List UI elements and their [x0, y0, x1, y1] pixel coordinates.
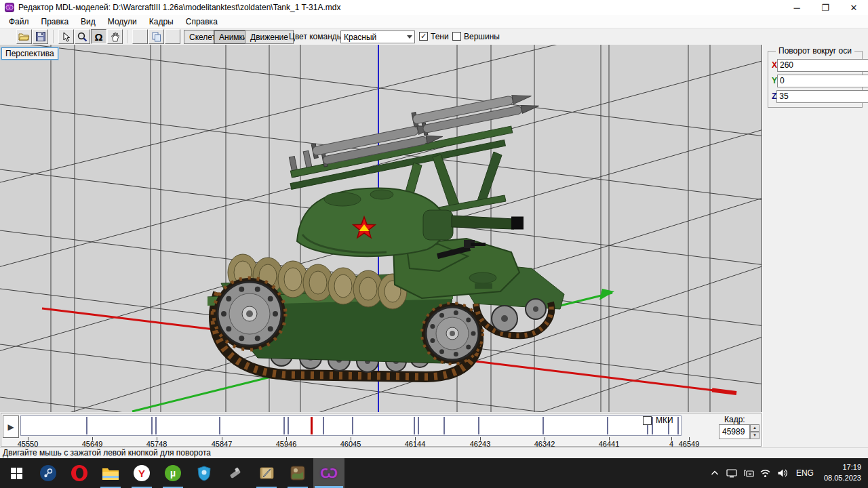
rotation-panel: Поворот вокруг оси X Y Z [762, 45, 868, 447]
toolbar-separator [127, 30, 128, 43]
timeline-key-mark [418, 417, 419, 434]
zoom-tool-button[interactable] [75, 29, 90, 44]
window-title: Редактор MDL-моделей: D:\WarcraftIII 1.2… [18, 3, 783, 12]
mki-checkbox[interactable] [643, 416, 652, 425]
timeline-key-mark [288, 417, 289, 434]
x-rotation-input[interactable] [777, 59, 868, 72]
cast-display-icon[interactable] [726, 467, 738, 479]
team-color-value: Красный [341, 33, 404, 42]
open-button[interactable] [16, 29, 32, 44]
input-indicator-icon[interactable] [743, 467, 755, 479]
taskbar-item-explorer[interactable] [95, 458, 126, 488]
open-folder-icon [18, 32, 30, 41]
turret-star [353, 217, 375, 238]
wifi-icon[interactable] [760, 467, 772, 479]
timeline-key-mark [478, 417, 479, 434]
frame-label: Кадр: [724, 415, 745, 424]
movement-mode-button[interactable]: Движение [245, 30, 294, 44]
team-color-label: Цвет команды: [289, 32, 345, 41]
start-button[interactable] [0, 458, 33, 488]
y-axis-label: Y [772, 76, 777, 85]
toolbar: Ω Скелет Анимки Движение Цвет команды: К… [0, 28, 868, 45]
empty-tool-button[interactable] [132, 29, 148, 44]
timeline-key-mark [352, 417, 353, 434]
utorrent-icon: µ [165, 465, 181, 481]
shadows-checkbox[interactable]: ✓ [419, 32, 428, 41]
status-bar: Двигайте мышь с зажатой левой кнопкой дл… [0, 447, 868, 458]
viewport-mode-label[interactable]: Перспектива [1, 47, 58, 60]
taskbar-item-steam[interactable] [33, 458, 64, 488]
windows-logo-icon [11, 468, 22, 479]
tray-time: 17:19 [824, 462, 861, 473]
menu-item-2[interactable]: Правка [35, 16, 75, 28]
play-button[interactable]: ▶ [3, 415, 19, 438]
magnifier-icon [77, 32, 87, 42]
rotation-title: Поворот вокруг оси [776, 46, 854, 56]
taskbar-item-mdl-editor[interactable]: Ѡ [313, 458, 344, 488]
timeline-key-mark [414, 417, 415, 434]
menu-item-6[interactable]: Справка [180, 16, 224, 28]
z-axis-label: Z [772, 92, 776, 101]
taskbar-item-yandex[interactable]: Y [126, 458, 157, 488]
save-button[interactable] [33, 29, 48, 44]
taskbar-item-utorrent[interactable]: µ [157, 458, 189, 488]
tray-chevron-icon[interactable] [709, 467, 721, 479]
select-tool-button[interactable] [58, 29, 74, 44]
menu-item-3[interactable]: Вид [75, 16, 102, 28]
clock[interactable]: 17:19 08.05.2023 [821, 462, 861, 484]
usb-stick-icon [228, 466, 243, 481]
close-button[interactable]: ✕ [840, 0, 868, 15]
app-window: Ѡ Редактор MDL-моделей: D:\WarcraftIII 1… [0, 0, 868, 488]
system-tray: ENG 17:19 08.05.2023 [709, 458, 868, 488]
volume-icon[interactable] [776, 467, 789, 479]
tray-date: 08.05.2023 [824, 473, 861, 484]
rotate-tool-button[interactable]: Ω [91, 29, 106, 44]
x-axis-label: X [772, 60, 777, 70]
viewport-3d[interactable]: Перспектива [0, 45, 762, 412]
frame-spin-down-button[interactable]: ▼ [750, 432, 760, 439]
folder-icon [102, 466, 119, 481]
timeline-key-mark [219, 417, 220, 434]
mki-label: МКИ [656, 415, 673, 425]
scroll-dagger-icon [259, 466, 275, 481]
timeline-key-mark [86, 417, 87, 434]
shield-icon [197, 466, 211, 481]
shadows-label: Тени [431, 32, 449, 41]
timeline-key-mark [542, 417, 544, 434]
toolbar-separator [53, 30, 54, 43]
frame-spin-up-button[interactable]: ▲ [750, 424, 760, 432]
timeline-key-mark [283, 417, 285, 434]
copy-button[interactable] [149, 29, 164, 44]
yandex-icon: Y [134, 465, 150, 481]
timeline-key-mark [323, 417, 324, 434]
menu-item-5[interactable]: Кадры [143, 16, 180, 28]
minimize-button[interactable]: ─ [783, 0, 811, 15]
maximize-button[interactable]: ❐ [811, 0, 840, 15]
chevron-down-icon [404, 33, 414, 41]
frame-input[interactable] [719, 424, 750, 439]
taskbar-item-tool[interactable] [220, 458, 251, 488]
menu-item-1[interactable]: Файл [3, 16, 35, 28]
z-rotation-input[interactable] [776, 90, 868, 103]
timeline-track[interactable] [20, 415, 682, 436]
menu-item-4[interactable]: Модули [102, 16, 143, 28]
pan-tool-button[interactable] [107, 29, 123, 44]
timeline-panel: ▶ 45550456494574845847459464604546144462… [0, 412, 762, 447]
language-indicator[interactable]: ENG [793, 468, 816, 478]
tank-model [0, 45, 762, 412]
timeline-key-mark [443, 417, 445, 434]
timeline-key-mark [607, 417, 608, 434]
taskbar-item-worldeditor[interactable] [251, 458, 282, 488]
y-rotation-input[interactable] [777, 75, 868, 87]
taskbar-item-opera[interactable] [64, 458, 95, 488]
taskbar-item-vpn[interactable] [189, 458, 220, 488]
empty-tool-button-2[interactable] [165, 29, 180, 44]
team-color-select[interactable]: Красный [340, 30, 415, 43]
hand-icon [111, 32, 120, 42]
timeline-key-mark [677, 417, 679, 434]
vertices-checkbox[interactable] [452, 32, 461, 41]
taskbar-item-warcraft[interactable] [282, 458, 313, 488]
rotation-groupbox: Поворот вокруг оси X Y Z [768, 51, 863, 108]
steam-icon [40, 465, 56, 481]
opera-icon [71, 465, 87, 481]
